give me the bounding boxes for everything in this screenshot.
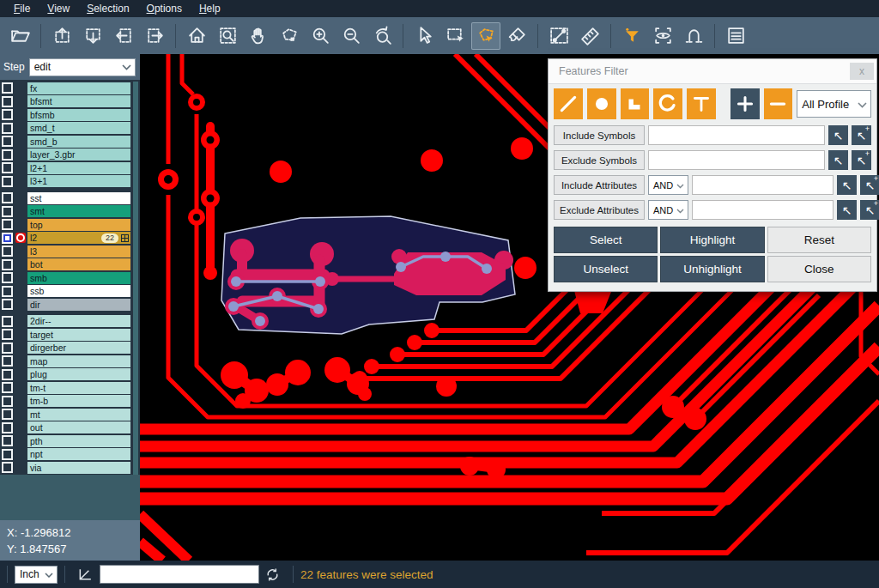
layer-checkbox[interactable] [2, 382, 13, 393]
layer-name[interactable]: fx [27, 82, 130, 94]
layer-checkbox[interactable] [2, 449, 13, 460]
layer-checkbox[interactable] [2, 316, 13, 327]
zoom-previous-icon[interactable] [367, 22, 397, 50]
layer-checkbox[interactable] [2, 162, 13, 173]
clear-highlight-icon[interactable] [502, 22, 531, 50]
pick-arrow-add-button[interactable]: ↖+ [852, 150, 871, 170]
layer-name[interactable]: bot [27, 258, 130, 270]
surface-icon[interactable] [621, 88, 650, 119]
layer-name[interactable]: smt [27, 205, 130, 217]
pick-arrow-button[interactable]: ↖ [828, 150, 848, 170]
layer-checkbox[interactable] [2, 176, 13, 187]
home-icon[interactable] [182, 22, 211, 50]
layer-name[interactable]: l3+1 [27, 175, 130, 187]
line-icon[interactable] [554, 88, 583, 119]
dialog-title-bar[interactable]: Features Filter x [549, 59, 876, 84]
zoom-out-icon[interactable] [336, 22, 366, 50]
layer-name[interactable]: l2+1 [27, 162, 130, 174]
layer-name[interactable]: npt [27, 448, 130, 460]
layer-checkbox[interactable] [2, 233, 13, 244]
layers-list-icon[interactable] [721, 22, 750, 50]
layer-checkbox[interactable] [2, 422, 13, 433]
layer-name[interactable]: dir [27, 299, 130, 311]
exclude-attributes-button[interactable]: Exclude Attributes [554, 200, 645, 220]
plus-icon[interactable] [730, 88, 760, 119]
pick-arrow-add-button[interactable]: ↖+ [852, 125, 871, 145]
pan-right-icon[interactable] [140, 22, 169, 50]
close-icon[interactable]: x [850, 63, 874, 80]
layer-name[interactable]: dirgerber [27, 342, 130, 354]
unit-select[interactable]: Inch [15, 566, 58, 584]
net-trace-icon[interactable] [679, 22, 708, 50]
layer-name[interactable]: bfsmb [27, 109, 130, 121]
pan-hand-icon[interactable] [244, 22, 273, 50]
filter-value-input[interactable] [648, 125, 825, 145]
pick-arrow-add-button[interactable]: ↖+ [860, 175, 879, 195]
and-or-select[interactable]: AND [648, 200, 688, 220]
pick-arrow-add-button[interactable]: ↖+ [860, 200, 879, 220]
layer-checkbox[interactable] [2, 219, 13, 230]
work-layer-indicator[interactable] [14, 233, 27, 243]
arc-icon[interactable] [653, 88, 682, 119]
filter-value-input[interactable] [692, 175, 834, 195]
close-button[interactable]: Close [767, 256, 871, 282]
menu-selection[interactable]: Selection [78, 0, 137, 17]
step-select[interactable]: edit [29, 58, 136, 76]
layer-checkbox[interactable] [2, 462, 13, 473]
layer-name[interactable]: plug [27, 368, 130, 380]
menu-file[interactable]: File [5, 0, 39, 17]
layer-checkbox[interactable] [2, 192, 13, 203]
menu-help[interactable]: Help [191, 0, 229, 17]
layer-name[interactable]: smb [27, 272, 130, 284]
layer-checkbox[interactable] [2, 329, 13, 340]
layer-list-scrollbar[interactable] [133, 82, 138, 475]
include-attributes-button[interactable]: Include Attributes [554, 175, 645, 195]
layer-name[interactable]: l222 [27, 232, 130, 244]
layer-checkbox[interactable] [2, 355, 13, 367]
layer-checkbox[interactable] [2, 82, 13, 94]
pick-arrow-button[interactable]: ↖ [837, 175, 857, 195]
layer-checkbox[interactable] [2, 272, 13, 283]
layer-name[interactable]: smd_b [27, 136, 130, 148]
minus-icon[interactable] [764, 88, 793, 119]
layer-name[interactable]: l3 [27, 246, 130, 258]
select-polygon-icon[interactable] [471, 22, 500, 50]
layer-name[interactable]: via [27, 462, 130, 474]
filter-value-input[interactable] [692, 200, 834, 220]
layer-name[interactable]: tm-b [27, 395, 130, 407]
unselect-button[interactable]: Unselect [554, 256, 658, 282]
highlight-button[interactable]: Highlight [660, 227, 764, 253]
zoom-polygon-icon[interactable] [275, 22, 304, 50]
layer-name[interactable]: out [27, 421, 130, 433]
pan-up-icon[interactable] [47, 22, 76, 50]
layer-name[interactable]: bfsmt [27, 95, 130, 107]
pad-icon[interactable] [587, 88, 616, 119]
select-rectangle-icon[interactable] [440, 22, 470, 50]
layer-checkbox[interactable] [2, 342, 13, 354]
angle-measure-icon[interactable] [77, 566, 94, 583]
layer-name[interactable]: sst [27, 192, 130, 204]
zoom-window-icon[interactable] [213, 22, 242, 50]
text-icon[interactable] [687, 88, 716, 119]
include-symbols-button[interactable]: Include Symbols [554, 125, 645, 145]
layer-name[interactable]: ssb [27, 285, 130, 297]
layer-name[interactable]: tm-t [27, 382, 130, 394]
reset-button[interactable]: Reset [767, 227, 871, 253]
layer-checkbox[interactable] [2, 369, 13, 380]
unhighlight-button[interactable]: Unhighlight [660, 256, 764, 282]
layer-checkbox[interactable] [2, 109, 13, 120]
layer-name[interactable]: pth [27, 435, 130, 447]
select-button[interactable]: Select [554, 227, 658, 253]
exclude-symbols-button[interactable]: Exclude Symbols [554, 150, 645, 170]
layer-checkbox[interactable] [2, 286, 13, 297]
layer-name[interactable]: target [27, 329, 130, 341]
pan-down-icon[interactable] [78, 22, 107, 50]
view-options-icon[interactable] [648, 22, 677, 50]
pick-arrow-button[interactable]: ↖ [828, 125, 848, 145]
layer-checkbox[interactable] [2, 246, 13, 257]
layer-checkbox[interactable] [2, 299, 13, 310]
profile-select[interactable]: All Profile [797, 90, 871, 118]
layer-checkbox[interactable] [2, 259, 13, 270]
layer-checkbox[interactable] [2, 206, 13, 217]
pan-left-icon[interactable] [109, 22, 138, 50]
